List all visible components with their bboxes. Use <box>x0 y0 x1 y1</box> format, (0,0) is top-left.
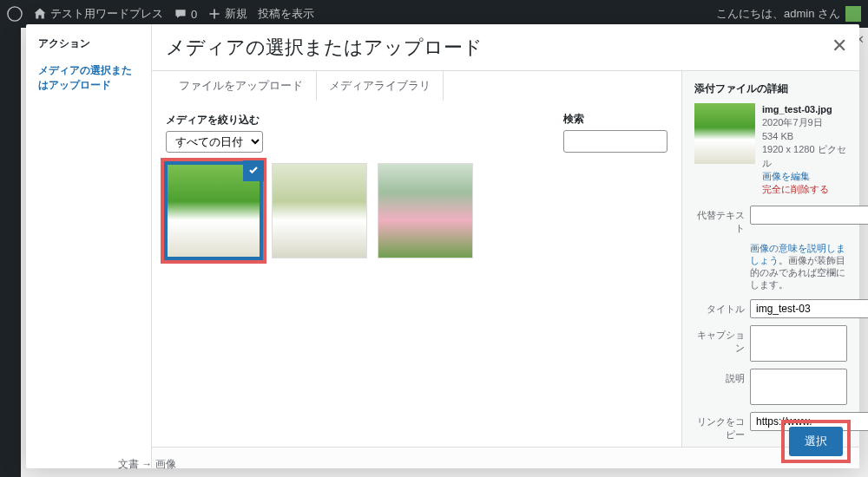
media-modal: アクション メディアの選択またはアップロード メディアの選択またはアップロード … <box>26 24 859 468</box>
modal-sidebar: アクション メディアの選択またはアップロード <box>26 24 152 468</box>
search-input[interactable] <box>563 130 667 153</box>
details-heading: 添付ファイルの詳細 <box>694 82 847 96</box>
search-label: 検索 <box>563 112 667 127</box>
title-input[interactable] <box>750 299 868 318</box>
wp-logo-icon[interactable] <box>7 6 23 22</box>
home-icon <box>33 7 47 21</box>
selected-check-icon[interactable] <box>243 160 264 181</box>
svg-point-0 <box>8 7 22 21</box>
title-label: タイトル <box>694 299 745 316</box>
avatar-icon[interactable] <box>845 6 861 22</box>
detail-filesize: 534 KB <box>762 130 847 143</box>
copy-link-label: リンクをコピー <box>694 412 745 441</box>
tab-library[interactable]: メディアライブラリ <box>316 70 444 101</box>
sidebar-nav-select-media[interactable]: メディアの選択またはアップロード <box>38 63 139 93</box>
date-filter-select[interactable]: すべての日付 <box>166 131 263 153</box>
media-thumbnail-3[interactable] <box>378 163 473 258</box>
view-post-link[interactable]: 投稿を表示 <box>258 6 314 22</box>
breadcrumb[interactable]: 文書 → 画像 <box>104 452 190 477</box>
plus-icon <box>207 7 221 21</box>
attachment-details: 添付ファイルの詳細 img_test-03.jpg 2020年7月9日 534 … <box>681 71 859 447</box>
filter-label: メディアを絞り込む <box>166 113 263 127</box>
caption-input[interactable] <box>750 325 847 362</box>
edit-image-link[interactable]: 画像を編集 <box>762 171 810 181</box>
site-name-link[interactable]: テスト用ワードプレス <box>33 6 163 22</box>
close-button[interactable]: ✕ <box>832 35 847 57</box>
media-thumbnail-1[interactable] <box>166 163 261 258</box>
highlight-annotation: 選択 <box>781 420 851 463</box>
description-input[interactable] <box>750 369 847 405</box>
greeting-text[interactable]: こんにちは、admin さん <box>716 6 840 22</box>
caption-label: キャプション <box>694 325 745 355</box>
description-label: 説明 <box>694 369 745 385</box>
comment-icon <box>174 7 187 21</box>
modal-title: メディアの選択またはアップロード <box>166 33 483 62</box>
detail-date: 2020年7月9日 <box>762 116 847 129</box>
alt-text-input[interactable] <box>750 206 868 225</box>
admin-sidebar-collapsed <box>0 28 21 477</box>
modal-header: メディアの選択またはアップロード ✕ <box>152 24 859 71</box>
delete-link[interactable]: 完全に削除する <box>762 184 829 194</box>
detail-dimensions: 1920 x 1280 ピクセル <box>762 143 847 170</box>
select-button[interactable]: 選択 <box>789 427 843 456</box>
sidebar-heading: アクション <box>38 36 139 51</box>
comments-link[interactable]: 0 <box>174 7 197 21</box>
detail-thumbnail <box>694 103 755 164</box>
tab-upload[interactable]: ファイルをアップロード <box>166 70 316 101</box>
alt-help-text: 画像の意味を説明しましょう。画像が装飾目的のみであれば空欄にします。 <box>750 242 847 291</box>
media-thumbnail-2[interactable] <box>272 163 367 258</box>
modal-footer: 選択 <box>152 447 859 468</box>
alt-label: 代替テキスト <box>694 206 745 235</box>
detail-filename: img_test-03.jpg <box>762 103 847 116</box>
new-content-link[interactable]: 新規 <box>207 6 247 22</box>
